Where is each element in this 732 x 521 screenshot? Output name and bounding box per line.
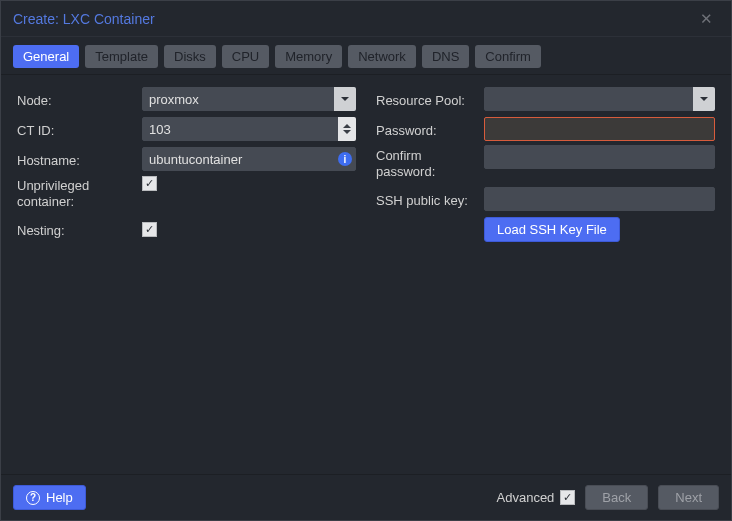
node-label: Node: (17, 90, 142, 109)
nesting-label: Nesting: (17, 220, 142, 239)
advanced-toggle[interactable]: Advanced ✓ (497, 490, 576, 505)
tab-template[interactable]: Template (85, 45, 158, 68)
help-label: Help (46, 490, 73, 505)
spinner-buttons[interactable] (338, 117, 356, 141)
confirm-password-field[interactable] (484, 145, 715, 169)
advanced-checkbox[interactable]: ✓ (560, 490, 575, 505)
create-lxc-window: Create: LXC Container ✕ General Template… (0, 0, 732, 521)
nesting-checkbox[interactable]: ✓ (142, 222, 157, 237)
ctid-spinner[interactable]: 103 (142, 117, 356, 141)
password-label: Password: (376, 120, 484, 139)
tab-general[interactable]: General (13, 45, 79, 68)
unprivileged-checkbox[interactable]: ✓ (142, 176, 157, 191)
password-value (484, 117, 715, 141)
chevron-down-icon[interactable] (693, 87, 715, 111)
hostname-value: ubuntucontainer (142, 147, 356, 171)
help-button[interactable]: ? Help (13, 485, 86, 510)
resource-pool-label: Resource Pool: (376, 90, 484, 109)
resource-pool-combo[interactable] (484, 87, 715, 111)
tab-memory[interactable]: Memory (275, 45, 342, 68)
resource-pool-value (484, 87, 715, 111)
next-button[interactable]: Next (658, 485, 719, 510)
titlebar: Create: LXC Container ✕ (1, 1, 731, 37)
confirm-password-value (484, 145, 715, 169)
wizard-tabs: General Template Disks CPU Memory Networ… (1, 37, 731, 75)
chevron-down-icon[interactable] (343, 129, 351, 135)
load-ssh-key-label: Load SSH Key File (497, 222, 607, 237)
hostname-field[interactable]: ubuntucontainer i (142, 147, 356, 171)
footer: ? Help Advanced ✓ Back Next (1, 474, 731, 520)
ssh-key-label: SSH public key: (376, 190, 484, 209)
info-icon[interactable]: i (334, 147, 356, 171)
load-ssh-key-button[interactable]: Load SSH Key File (484, 217, 620, 242)
confirm-password-label: Confirm password: (376, 145, 484, 180)
right-column: Resource Pool: Password: Confirm passwor… (376, 85, 715, 474)
ssh-key-field[interactable] (484, 187, 715, 211)
unprivileged-label: Unprivileged container: (17, 175, 142, 210)
tab-disks[interactable]: Disks (164, 45, 216, 68)
close-icon[interactable]: ✕ (694, 8, 719, 30)
password-field[interactable] (484, 117, 715, 141)
ssh-key-value (484, 187, 715, 211)
left-column: Node: proxmox CT ID: 103 (17, 85, 356, 474)
tab-confirm[interactable]: Confirm (475, 45, 541, 68)
ctid-label: CT ID: (17, 120, 142, 139)
tab-cpu[interactable]: CPU (222, 45, 269, 68)
form-content: Node: proxmox CT ID: 103 (1, 75, 731, 474)
advanced-label: Advanced (497, 490, 555, 505)
ctid-value: 103 (142, 117, 356, 141)
hostname-label: Hostname: (17, 150, 142, 169)
node-value: proxmox (142, 87, 356, 111)
window-title: Create: LXC Container (13, 11, 155, 27)
chevron-down-icon[interactable] (334, 87, 356, 111)
node-combo[interactable]: proxmox (142, 87, 356, 111)
back-button[interactable]: Back (585, 485, 648, 510)
help-icon: ? (26, 491, 40, 505)
tab-network[interactable]: Network (348, 45, 416, 68)
tab-dns[interactable]: DNS (422, 45, 469, 68)
